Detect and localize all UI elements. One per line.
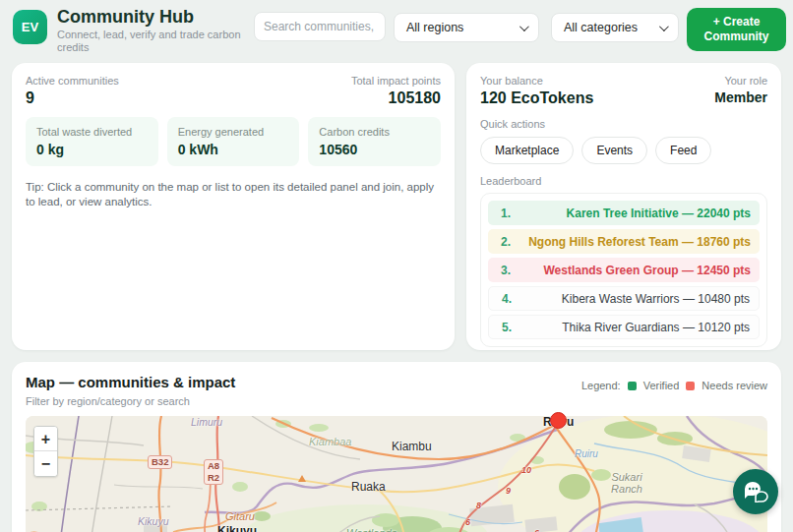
stat-waste-label: Total waste diverted	[36, 126, 148, 138]
chat-fab-button[interactable]	[733, 469, 778, 514]
map-label-ruaka: Ruaka	[351, 480, 386, 494]
stat-credits-label: Carbon credits	[319, 126, 430, 138]
app-logo: EV	[13, 10, 47, 44]
overview-card: Active communities 9 Total impact points…	[12, 63, 455, 350]
role-label: Your role	[714, 75, 767, 87]
legend-needs-review: Needs review	[702, 380, 767, 391]
leaderboard-row[interactable]: 3. Westlands Green Group — 12450 pts	[488, 258, 760, 282]
page-title: Community Hub	[57, 7, 194, 28]
map-label-kiambu: Kiambu	[392, 440, 432, 453]
road-number: 6	[534, 528, 539, 532]
leaderboard-row[interactable]: 2. Ngong Hills Reforest Team — 18760 pts	[488, 229, 760, 254]
map-container: Limuru Kiambaa Kiambu Ruaka Westlands Ki…	[26, 416, 767, 532]
map-subtitle: Filter by region/category or search	[26, 395, 235, 407]
needs-review-swatch-icon	[686, 382, 695, 390]
leaderboard-row[interactable]: 1. Karen Tree Initiative — 22040 pts	[488, 201, 760, 225]
road-badge-a8-text: A8	[208, 460, 219, 472]
zoom-out-button[interactable]: −	[34, 451, 57, 476]
stat-energy-value: 0 kWh	[178, 142, 289, 157]
road-number: 9	[506, 486, 511, 496]
map-label-limuru: Limuru	[191, 416, 222, 428]
tip-text: Tip: Click a community on the map or lis…	[26, 180, 439, 209]
app-logo-text: EV	[22, 20, 38, 34]
stat-waste: Total waste diverted 0 kg	[26, 117, 158, 166]
marketplace-button[interactable]: Marketplace	[480, 137, 574, 164]
quick-actions-row: Marketplace Events Feed	[480, 137, 767, 164]
stat-waste-value: 0 kg	[36, 142, 148, 157]
map-label-kikuyu-area: Kikuyu	[138, 515, 169, 527]
leaderboard-row[interactable]: 4. Kibera Waste Warriors — 10480 pts	[488, 286, 760, 311]
leaderboard-entry: Thika River Guardians — 10120 pts	[562, 321, 750, 334]
road-badge-a8-r2: A8 R2	[204, 459, 223, 485]
chat-bubbles-icon	[743, 481, 768, 502]
road-badge-b32-text: B32	[152, 456, 168, 467]
quick-actions-label: Quick actions	[480, 118, 767, 130]
chevron-down-icon	[659, 22, 669, 31]
legend-label: Legend:	[581, 380, 621, 391]
map-card: Map — communities & impact Filter by reg…	[12, 362, 781, 532]
leaderboard-rank: 3.	[501, 264, 511, 277]
stat-credits: Carbon credits 10560	[308, 117, 441, 166]
leaderboard-rank: 4.	[502, 292, 512, 306]
map-label-gitaru: Gitaru	[225, 510, 255, 522]
role-value: Member	[714, 89, 767, 105]
road-number: 10	[521, 465, 531, 475]
leaderboard-row[interactable]: 5. Thika River Guardians — 10120 pts	[488, 315, 760, 339]
road-number: 6	[465, 517, 470, 527]
leaderboard-entry: Karen Tree Initiative — 22040 pts	[567, 207, 751, 220]
road-badge-r2-text: R2	[208, 472, 219, 484]
map-title: Map — communities & impact	[26, 374, 235, 390]
impact-points-label: Total impact points	[351, 75, 441, 87]
account-card: Your balance 120 EcoTokens Your role Mem…	[466, 63, 781, 350]
leaderboard-entry: Ngong Hills Reforest Team — 18760 pts	[528, 235, 751, 249]
leaderboard-entry: Westlands Green Group — 12450 pts	[543, 264, 751, 277]
stat-energy: Energy generated 0 kWh	[167, 117, 300, 166]
legend-verified: Verified	[643, 380, 680, 391]
leaderboard-rank: 1.	[501, 207, 511, 220]
category-filter-select[interactable]: All categories	[551, 13, 679, 42]
road-number: 8	[476, 501, 481, 510]
events-button[interactable]: Events	[581, 137, 647, 164]
stat-energy-label: Energy generated	[178, 126, 289, 138]
feed-button[interactable]: Feed	[655, 137, 711, 164]
balance-value: 120 EcoTokens	[480, 89, 593, 107]
leaderboard-entry: Kibera Waste Warriors — 10480 pts	[562, 292, 750, 306]
active-communities-value: 9	[26, 89, 119, 107]
map-label-kiambaa: Kiambaa	[309, 436, 351, 447]
active-communities-label: Active communities	[26, 75, 119, 87]
page-subtitle: Connect, lead, verify and trade carbon c…	[57, 29, 254, 54]
community-hub-page: EV Community Hub Connect, lead, verify a…	[0, 0, 793, 532]
create-community-button[interactable]: + Create Community	[687, 8, 786, 51]
map-label-ruiru-river: Ruiru	[575, 448, 598, 459]
map-legend: Legend: Verified Needs review	[581, 380, 767, 391]
balance-label: Your balance	[480, 75, 593, 87]
search-input[interactable]	[254, 12, 386, 41]
app-header: EV Community Hub Connect, lead, verify a…	[0, 0, 793, 59]
region-filter-select[interactable]: All regions	[394, 13, 539, 42]
chevron-down-icon	[519, 22, 529, 31]
map-zoom-control: + −	[33, 426, 58, 477]
leaderboard-rank: 2.	[501, 235, 511, 249]
verified-swatch-icon	[628, 382, 637, 390]
stats-row: Total waste diverted 0 kg Energy generat…	[26, 117, 441, 166]
map-label-sukari-ranch: Sukari Ranch	[604, 471, 649, 495]
leaderboard-rank: 5.	[502, 321, 512, 334]
category-filter-value: All categories	[564, 21, 638, 34]
map-label-kikuyu-town: Kikuyu	[217, 524, 257, 532]
leaderboard-label: Leaderboard	[480, 175, 767, 187]
stat-credits-value: 10560	[319, 142, 430, 157]
map-label-westlands: Westlands	[346, 527, 396, 532]
impact-points-value: 105180	[351, 89, 441, 107]
road-badge-b32: B32	[148, 455, 172, 469]
zoom-in-button[interactable]: +	[34, 427, 57, 451]
region-filter-value: All regions	[406, 21, 463, 34]
leaderboard-list: 1. Karen Tree Initiative — 22040 pts 2. …	[480, 193, 767, 347]
needs-review-marker[interactable]	[550, 412, 567, 429]
